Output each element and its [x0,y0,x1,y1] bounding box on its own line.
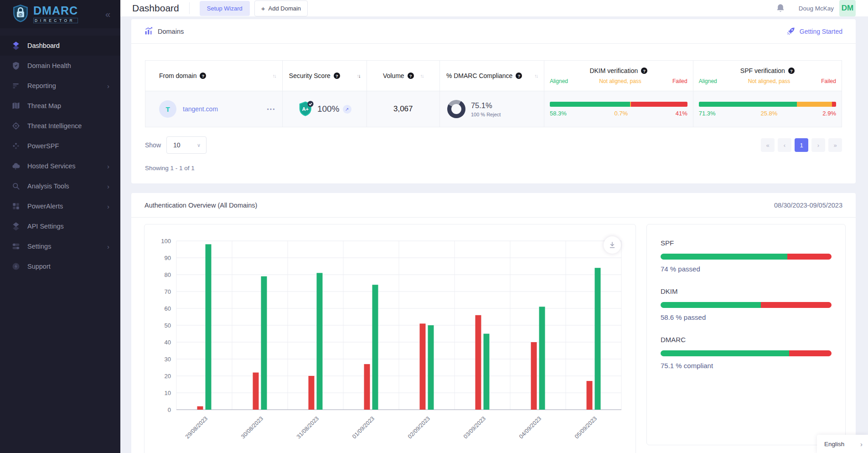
add-domain-label: Add Domain [269,5,301,12]
poweralerts-icon [11,201,21,211]
sidebar-item-powerspf[interactable]: PowerSPF [0,136,120,156]
sidebar-item-label: Hosted Services [27,162,76,170]
domain-avatar: T [159,100,176,118]
sidebar-item-analysis-tools[interactable]: Analysis Tools› [0,176,120,196]
help-icon[interactable]: ? [641,68,647,74]
main: Dashboard Setup Wizard + Add Domain Doug… [120,0,868,453]
sidebar-item-dashboard[interactable]: Dashboard [0,36,120,56]
help-icon[interactable]: ? [516,73,522,79]
domain-link[interactable]: tangent.com [183,105,218,113]
svg-text:100: 100 [161,238,171,245]
svg-text:0: 0 [168,406,171,413]
chevron-right-icon: › [107,82,109,90]
security-grade-shield-icon: A+ [298,100,314,118]
sidebar-item-poweralerts[interactable]: PowerAlerts› [0,196,120,216]
stat-caption: 58.6 % passed [661,313,832,321]
sort-icons[interactable]: ↑↓ [534,73,537,78]
user-name[interactable]: Doug McKay [799,5,834,12]
language-switcher[interactable]: English › [817,435,868,453]
plus-icon: + [261,5,265,12]
svg-text:A+: A+ [302,106,309,112]
col-label: Security Score [289,72,331,79]
auth-overview-title: Authentication Overview (All Domains) [145,202,257,209]
compliance-donut [447,100,465,118]
brand-logo[interactable]: @ DMARC DIRECTOR [12,4,78,25]
col-label: Volume [383,72,404,79]
stat-dmarc: DMARC75.1 % compliant [661,336,832,370]
svg-text:40: 40 [165,339,171,346]
col-dmarc-compliance[interactable]: % DMARC Compliance? ↑↓ [440,61,544,91]
external-link-icon[interactable]: ↗ [343,105,351,114]
sort-icons[interactable]: ↑↓ [420,73,424,78]
sublabel-failed: Failed [821,78,836,84]
col-from-domain[interactable]: From domain? ↑↓ [145,61,283,91]
settings-icon [11,241,21,251]
topbar-right: Doug McKay DM [775,0,856,16]
cell-dkim-verification: 58.3% 0.7% 41% [544,91,693,127]
col-security-score[interactable]: Security Score? ↑↓ [283,61,367,91]
brand-shield-lock-icon: @ [12,4,29,25]
pagination-last[interactable]: » [828,138,842,152]
pagination-next[interactable]: › [811,138,825,152]
date-range[interactable]: 08/30/2023-09/05/2023 [774,202,842,209]
avatar[interactable]: DM [839,0,856,16]
auth-chart-svg: 010203040506070809010029/08/202330/08/20… [147,231,630,453]
notification-bell-icon[interactable] [775,3,786,14]
brand-subtitle: DIRECTOR [33,18,78,24]
sidebar-menu: DashboardDomain HealthReporting›Threat M… [0,28,120,276]
sidebar-item-domain-health[interactable]: Domain Health [0,56,120,76]
sidebar-item-reporting[interactable]: Reporting› [0,76,120,96]
add-domain-button[interactable]: + Add Domain [254,0,308,16]
help-icon[interactable]: ? [408,73,414,79]
col-volume[interactable]: Volume? ↑↓ [367,61,440,91]
col-label: % DMARC Compliance [446,72,512,79]
pagination-page-1[interactable]: 1 [795,138,808,152]
getting-started-link[interactable]: Getting Started [787,26,842,36]
svg-text:@: @ [18,12,22,17]
domains-card-title: Domains [158,28,184,35]
dkim-aligned-value: 58.3% [550,110,567,117]
pagination-first[interactable]: « [761,138,775,152]
stat-bar [661,254,832,260]
sidebar-item-label: Reporting [27,82,56,89]
sidebar-item-settings[interactable]: Settings› [0,236,120,256]
sublabel-aligned: Aligned [699,78,717,84]
dkim-failed-value: 41% [676,110,687,117]
sidebar-item-api-settings[interactable]: API Settings [0,216,120,236]
sidebar-item-label: Support [27,263,51,270]
cell-spf-verification: 71.3% 25.8% 2.9% [693,91,842,127]
table-header-row: From domain? ↑↓ Security Score? ↑↓ Volum… [145,61,842,91]
help-icon[interactable]: ? [788,68,795,74]
pagination-prev[interactable]: ‹ [778,138,791,152]
sidebar-item-label: Analysis Tools [27,182,69,190]
sort-icons[interactable]: ↑↓ [273,73,276,78]
svg-text:30/08/2023: 30/08/2023 [240,415,264,440]
svg-text:70: 70 [165,288,171,295]
chevron-right-icon: › [107,203,109,210]
sidebar-item-support[interactable]: Support [0,256,120,276]
spf-not-aligned-value: 25.8% [761,110,778,117]
col-label: From domain [159,72,196,79]
help-icon[interactable]: ? [334,73,340,79]
auth-stats-card: SPF74 % passedDKIM58.6 % passedDMARC75.1… [646,224,846,445]
show-label: Show [145,141,161,149]
svg-text:02/09/2023: 02/09/2023 [407,415,431,440]
svg-text:05/09/2023: 05/09/2023 [574,415,598,440]
help-icon[interactable]: ? [200,73,206,79]
svg-text:29/08/2023: 29/08/2023 [184,415,209,440]
sidebar-item-threat-intelligence[interactable]: Threat Intelligence [0,116,120,136]
page-size-select[interactable]: 10 ∨ [166,136,207,154]
sidebar-item-hosted-services[interactable]: Hosted Services› [0,156,120,176]
topbar: Dashboard Setup Wizard + Add Domain Doug… [120,0,868,16]
cell-from-domain: T tangent.com ••• [145,91,283,127]
setup-wizard-button[interactable]: Setup Wizard [200,1,250,16]
sidebar-item-label: Dashboard [27,42,60,49]
row-menu-dots[interactable]: ••• [267,106,276,112]
sidebar-collapse-icon[interactable]: « [105,9,110,20]
chart-download-button[interactable] [604,236,621,254]
sidebar-item-threat-map[interactable]: Threat Map [0,96,120,116]
svg-text:04/09/2023: 04/09/2023 [518,415,542,440]
sort-icons[interactable]: ↑↓ [357,73,360,78]
hosted-services-icon [11,161,21,171]
getting-started-label: Getting Started [800,28,842,35]
